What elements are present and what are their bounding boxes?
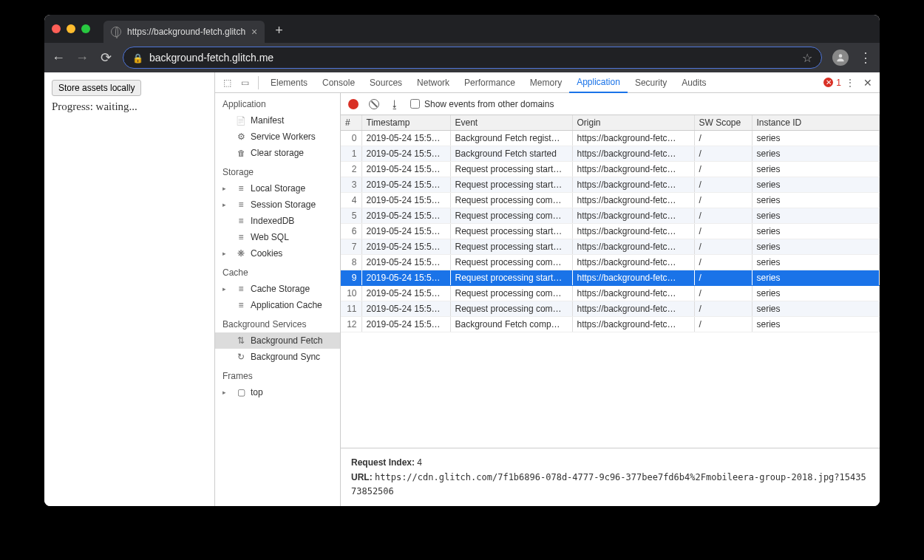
- events-table-container[interactable]: #TimestampEventOriginSW ScopeInstance ID…: [341, 115, 880, 448]
- devtools-tab-application[interactable]: Application: [569, 72, 628, 93]
- table-cell: 11: [341, 301, 361, 317]
- svg-point-0: [839, 54, 843, 58]
- table-cell: Request processing start…: [450, 177, 572, 193]
- disclosure-triangle-icon[interactable]: ▸: [222, 185, 226, 192]
- sidebar-item-label: Cache Storage: [251, 284, 310, 294]
- sidebar-item-web-sql[interactable]: Web SQL: [215, 229, 340, 245]
- column-header[interactable]: SW Scope: [694, 115, 752, 131]
- table-row[interactable]: 82019-05-24 15:5…Request processing com……: [341, 255, 880, 270]
- table-row[interactable]: 72019-05-24 15:5…Request processing star…: [341, 239, 880, 255]
- devtools-close-button[interactable]: ✕: [859, 77, 877, 89]
- devtools-tab-elements[interactable]: Elements: [263, 72, 315, 93]
- checkbox-input[interactable]: [410, 99, 420, 109]
- table-row[interactable]: 22019-05-24 15:5…Request processing star…: [341, 162, 880, 177]
- tab-close-icon[interactable]: ×: [251, 26, 257, 38]
- separator: [258, 76, 259, 89]
- show-other-domains-checkbox[interactable]: Show events from other domains: [410, 99, 554, 109]
- url-label: URL:: [351, 472, 373, 482]
- table-row[interactable]: 112019-05-24 15:5…Request processing com…: [341, 301, 880, 317]
- error-indicator[interactable]: ✕ 1: [823, 78, 841, 88]
- table-row[interactable]: 122019-05-24 15:5…Background Fetch comp……: [341, 317, 880, 332]
- table-row[interactable]: 02019-05-24 15:5…Background Fetch regist…: [341, 131, 880, 146]
- table-row[interactable]: 92019-05-24 15:5…Request processing star…: [341, 270, 880, 286]
- disclosure-triangle-icon[interactable]: ▸: [222, 201, 226, 208]
- column-header[interactable]: Event: [450, 115, 572, 131]
- download-button[interactable]: ⭳: [390, 98, 400, 110]
- devtools-tab-sources[interactable]: Sources: [362, 72, 410, 93]
- gear-icon: [236, 132, 246, 142]
- sidebar-item-clear-storage[interactable]: Clear storage: [215, 145, 340, 161]
- sidebar-item-background-sync[interactable]: Background Sync: [215, 349, 340, 365]
- sidebar-item-local-storage[interactable]: ▸Local Storage: [215, 180, 340, 197]
- devtools-menu-button[interactable]: ⋮: [841, 74, 859, 92]
- url-input[interactable]: background-fetch.glitch.me ☆: [123, 47, 822, 69]
- table-cell: Request processing com…: [450, 255, 572, 270]
- table-cell: Request processing start…: [450, 270, 572, 286]
- sidebar-item-application-cache[interactable]: Application Cache: [215, 297, 340, 313]
- record-button[interactable]: [348, 99, 359, 109]
- address-bar: background-fetch.glitch.me ☆ ⋮: [44, 43, 880, 72]
- sidebar-item-cache-storage[interactable]: ▸Cache Storage: [215, 281, 340, 297]
- table-cell: https://background-fetc…: [572, 193, 694, 208]
- sidebar-item-session-storage[interactable]: ▸Session Storage: [215, 197, 340, 213]
- nav-forward-button[interactable]: [75, 51, 89, 64]
- table-cell: /: [694, 224, 752, 239]
- window-minimize-button[interactable]: [67, 24, 75, 33]
- clear-button[interactable]: [369, 99, 379, 109]
- table-row[interactable]: 102019-05-24 15:5…Request processing com…: [341, 286, 880, 301]
- table-cell: Request processing com…: [450, 301, 572, 317]
- table-cell: series: [752, 224, 880, 239]
- column-header[interactable]: #: [341, 115, 361, 131]
- nav-back-button[interactable]: [52, 51, 65, 64]
- lock-icon: [132, 52, 143, 64]
- table-row[interactable]: 52019-05-24 15:5…Request processing com……: [341, 208, 880, 224]
- table-cell: /: [694, 255, 752, 270]
- device-toolbar-icon[interactable]: [236, 74, 254, 92]
- sidebar-group-title: Background Services: [215, 313, 340, 332]
- table-cell: https://background-fetc…: [572, 255, 694, 270]
- table-cell: 12: [341, 317, 361, 332]
- inspect-element-icon[interactable]: [218, 74, 236, 92]
- column-header[interactable]: Timestamp: [361, 115, 450, 131]
- window-maximize-button[interactable]: [81, 24, 90, 33]
- table-row[interactable]: 42019-05-24 15:5…Request processing com……: [341, 193, 880, 208]
- devtools-tab-security[interactable]: Security: [628, 72, 674, 93]
- table-cell: https://background-fetc…: [572, 239, 694, 255]
- column-header[interactable]: Origin: [572, 115, 694, 131]
- application-sidebar: ApplicationManifestService WorkersClear …: [215, 93, 341, 506]
- new-tab-button[interactable]: +: [275, 23, 283, 38]
- window-close-button[interactable]: [52, 24, 61, 33]
- sidebar-item-service-workers[interactable]: Service Workers: [215, 129, 340, 145]
- devtools-tab-performance[interactable]: Performance: [457, 72, 523, 93]
- devtools-tab-audits[interactable]: Audits: [674, 72, 713, 93]
- table-row[interactable]: 32019-05-24 15:5…Request processing star…: [341, 177, 880, 193]
- sidebar-item-manifest[interactable]: Manifest: [215, 112, 340, 129]
- browser-tab[interactable]: https://background-fetch.glitch ×: [103, 21, 265, 43]
- browser-menu-button[interactable]: ⋮: [859, 49, 872, 66]
- table-row[interactable]: 12019-05-24 15:5…Background Fetch starte…: [341, 146, 880, 162]
- bookmark-star-icon[interactable]: ☆: [802, 51, 812, 65]
- rendered-page: Store assets locally Progress: waiting..…: [44, 72, 214, 506]
- sidebar-item-background-fetch[interactable]: Background Fetch: [215, 332, 340, 349]
- store-assets-button[interactable]: Store assets locally: [52, 80, 141, 96]
- events-table: #TimestampEventOriginSW ScopeInstance ID…: [341, 115, 880, 332]
- table-row[interactable]: 62019-05-24 15:5…Request processing star…: [341, 224, 880, 239]
- sidebar-item-cookies[interactable]: ▸Cookies: [215, 245, 340, 262]
- table-cell: https://background-fetc…: [572, 146, 694, 162]
- devtools-tab-memory[interactable]: Memory: [523, 72, 569, 93]
- profile-avatar[interactable]: [832, 49, 849, 66]
- table-cell: 2019-05-24 15:5…: [361, 177, 450, 193]
- disclosure-triangle-icon[interactable]: ▸: [222, 250, 226, 257]
- devtools-tab-console[interactable]: Console: [315, 72, 362, 93]
- table-cell: series: [752, 270, 880, 286]
- nav-reload-button[interactable]: [99, 51, 112, 64]
- devtools-tab-network[interactable]: Network: [410, 72, 457, 93]
- column-header[interactable]: Instance ID: [752, 115, 880, 131]
- disclosure-triangle-icon[interactable]: ▸: [222, 285, 226, 293]
- table-cell: series: [752, 255, 880, 270]
- table-cell: /: [694, 177, 752, 193]
- table-cell: 2019-05-24 15:5…: [361, 255, 450, 270]
- sidebar-item-top[interactable]: ▸top: [215, 384, 340, 400]
- sidebar-item-indexeddb[interactable]: IndexedDB: [215, 213, 340, 229]
- disclosure-triangle-icon[interactable]: ▸: [222, 389, 226, 396]
